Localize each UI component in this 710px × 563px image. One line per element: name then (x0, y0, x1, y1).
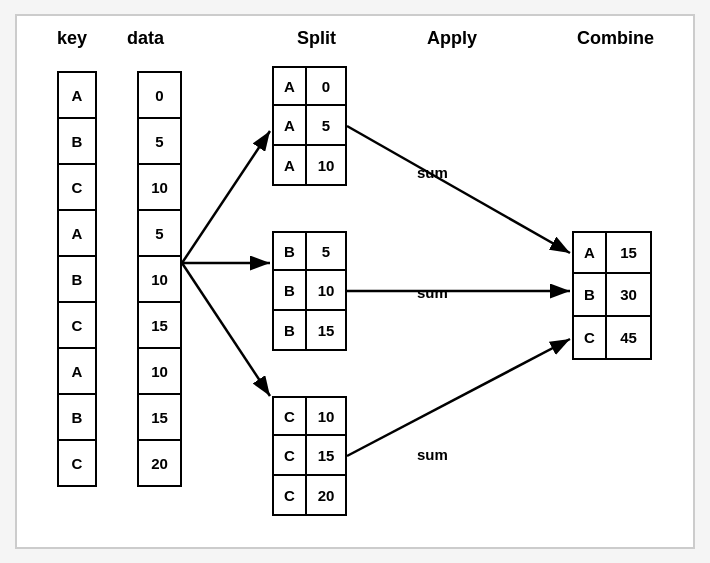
apply-label-c: sum (417, 446, 448, 463)
split-c-v2: 20 (307, 476, 347, 516)
label-combine: Combine (577, 28, 654, 49)
data-cell-5: 15 (137, 301, 182, 349)
split-table-a: A 0 A 5 A 10 (272, 66, 347, 186)
split-c-k0: C (272, 396, 307, 436)
key-column: A B C A B C A B C (57, 71, 97, 485)
split-table-b: B 5 B 10 B 15 (272, 231, 347, 351)
key-cell-3: A (57, 209, 97, 257)
combine-v0: 15 (607, 231, 652, 274)
arrow-to-split-a (182, 131, 270, 263)
data-cell-2: 10 (137, 163, 182, 211)
key-cell-2: C (57, 163, 97, 211)
split-b-k1: B (272, 271, 307, 311)
split-c-v0: 10 (307, 396, 347, 436)
split-c-k1: C (272, 436, 307, 476)
label-key: key (57, 28, 87, 49)
split-b-k2: B (272, 311, 307, 351)
key-cell-6: A (57, 347, 97, 395)
split-b-v2: 15 (307, 311, 347, 351)
data-column: 0 5 10 5 10 15 10 15 20 (137, 71, 182, 485)
data-cell-4: 10 (137, 255, 182, 303)
split-a-k0: A (272, 66, 307, 106)
data-cell-3: 5 (137, 209, 182, 257)
apply-label-b: sum (417, 284, 448, 301)
key-cell-0: A (57, 71, 97, 119)
label-data: data (127, 28, 164, 49)
split-a-k2: A (272, 146, 307, 186)
combine-k2: C (572, 317, 607, 360)
data-cell-1: 5 (137, 117, 182, 165)
split-a-v1: 5 (307, 106, 347, 146)
split-c-k2: C (272, 476, 307, 516)
apply-label-a: sum (417, 164, 448, 181)
combine-table: A 15 B 30 C 45 (572, 231, 652, 360)
arrow-to-split-c (182, 263, 270, 396)
split-a-v0: 0 (307, 66, 347, 106)
split-a-k1: A (272, 106, 307, 146)
split-b-v1: 10 (307, 271, 347, 311)
data-cell-8: 20 (137, 439, 182, 487)
split-b-v0: 5 (307, 231, 347, 271)
combine-v1: 30 (607, 274, 652, 317)
split-c-v1: 15 (307, 436, 347, 476)
diagram-container: key data Split Apply Combine A B C A B C… (15, 14, 695, 549)
split-a-v2: 10 (307, 146, 347, 186)
combine-k1: B (572, 274, 607, 317)
data-cell-0: 0 (137, 71, 182, 119)
combine-k0: A (572, 231, 607, 274)
split-b-k0: B (272, 231, 307, 271)
label-apply: Apply (427, 28, 477, 49)
key-cell-8: C (57, 439, 97, 487)
key-cell-1: B (57, 117, 97, 165)
label-split: Split (297, 28, 336, 49)
data-cell-7: 15 (137, 393, 182, 441)
arrow-apply-a (347, 126, 570, 253)
key-cell-7: B (57, 393, 97, 441)
arrow-apply-c (347, 339, 570, 456)
combine-v2: 45 (607, 317, 652, 360)
key-cell-5: C (57, 301, 97, 349)
split-table-c: C 10 C 15 C 20 (272, 396, 347, 516)
key-cell-4: B (57, 255, 97, 303)
data-cell-6: 10 (137, 347, 182, 395)
